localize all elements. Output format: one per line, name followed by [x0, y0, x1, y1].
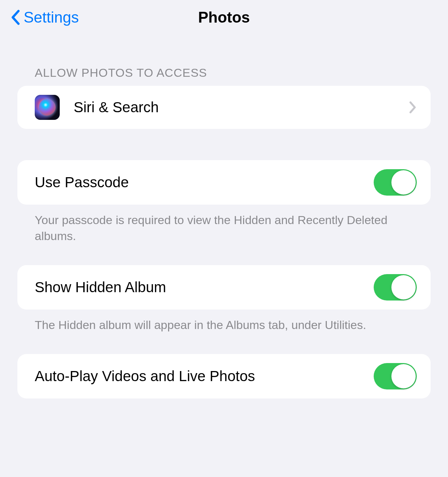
show-hidden-album-label: Show Hidden Album: [35, 279, 374, 296]
use-passcode-row: Use Passcode: [17, 160, 431, 205]
use-passcode-toggle[interactable]: [374, 169, 417, 196]
back-button[interactable]: Settings: [10, 9, 79, 26]
navigation-bar: Settings Photos: [0, 0, 448, 35]
section-header-access: ALLOW PHOTOS TO ACCESS: [17, 35, 431, 86]
siri-search-row[interactable]: Siri & Search: [17, 86, 431, 129]
autoplay-label: Auto-Play Videos and Live Photos: [35, 368, 374, 385]
cell-group-hidden-album: Show Hidden Album: [17, 265, 431, 310]
siri-icon: [35, 95, 60, 120]
show-hidden-album-toggle[interactable]: [374, 274, 417, 301]
chevron-right-icon: [409, 101, 417, 114]
page-title: Photos: [198, 9, 250, 26]
toggle-knob: [391, 364, 416, 388]
hidden-album-footer: The Hidden album will appear in the Albu…: [17, 310, 431, 333]
passcode-footer: Your passcode is required to view the Hi…: [17, 205, 431, 244]
autoplay-row: Auto-Play Videos and Live Photos: [17, 354, 431, 398]
cell-group-autoplay: Auto-Play Videos and Live Photos: [17, 354, 431, 398]
autoplay-toggle[interactable]: [374, 363, 417, 389]
cell-group-access: Siri & Search: [17, 86, 431, 129]
siri-search-label: Siri & Search: [74, 99, 409, 116]
toggle-knob: [391, 170, 416, 195]
show-hidden-album-row: Show Hidden Album: [17, 265, 431, 310]
back-label: Settings: [24, 9, 79, 26]
toggle-knob: [391, 275, 416, 299]
use-passcode-label: Use Passcode: [35, 174, 374, 191]
cell-group-passcode: Use Passcode: [17, 160, 431, 205]
chevron-left-icon: [10, 10, 20, 25]
